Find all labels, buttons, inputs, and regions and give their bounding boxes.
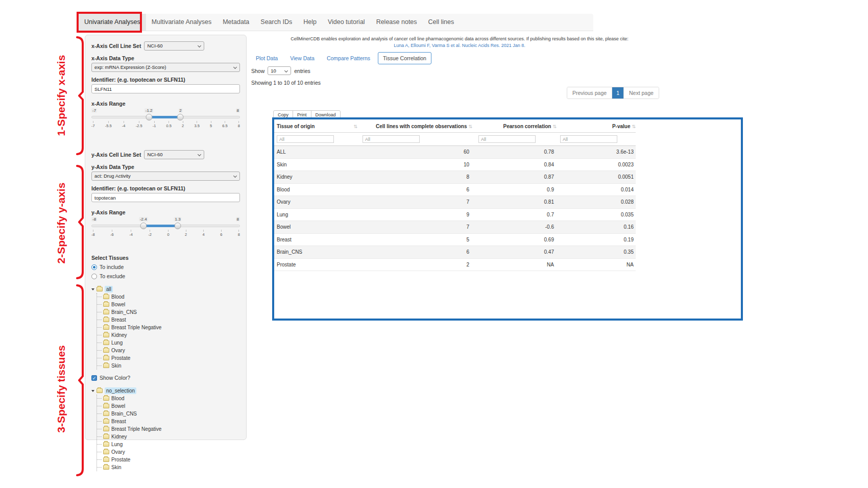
column-header[interactable]: Tissue of origin ⇅ <box>274 120 357 132</box>
x-identifier-input[interactable] <box>91 84 240 93</box>
folder-icon <box>103 333 109 337</box>
citation-link[interactable]: Luna A, Elloumi F, Varma S et al. Nuclei… <box>250 43 669 48</box>
tissue-tree-item[interactable]: Blood <box>97 395 240 402</box>
expand-arrow-icon[interactable] <box>91 288 94 290</box>
pvalue-cell: 0.014 <box>557 187 636 192</box>
sort-icon: ⇅ <box>632 124 636 129</box>
table-row: Kidney 8 0.87 0.0051 <box>274 171 636 184</box>
tissue-tree-item[interactable]: Lung <box>97 441 240 448</box>
folder-icon <box>103 465 109 470</box>
slider-tick-label: 2 <box>185 230 187 237</box>
nav-item[interactable]: Search IDs <box>255 14 298 31</box>
cell-lines-cell: 10 <box>357 162 472 167</box>
column-filter-input[interactable] <box>560 135 617 143</box>
include-radio-option[interactable]: To include <box>91 264 240 270</box>
tissue-tree-item[interactable]: Brain_CNS <box>97 308 240 316</box>
nav-item[interactable]: Univariate Analyses <box>79 14 146 31</box>
folder-icon <box>97 287 103 291</box>
column-filter-input[interactable] <box>277 135 334 143</box>
slider-tick-label: -4 <box>122 121 126 128</box>
slider-tick-label: -2 <box>148 230 152 237</box>
annotation-step1-label: 1-Specify x-axis <box>55 55 67 136</box>
tissue-tree-item[interactable]: Skin <box>97 362 240 370</box>
radio-selected-icon <box>91 264 97 270</box>
tree-root-all[interactable]: all <box>91 285 240 293</box>
tissue-tree-item[interactable]: Lung <box>97 339 240 347</box>
y-range-from-label: -2.4 <box>139 217 148 222</box>
y-range-from-handle[interactable] <box>140 223 147 229</box>
y-data-type-select[interactable]: act: Drug Activity <box>91 172 240 181</box>
column-header[interactable]: Cell lines with complete observations ⇅ <box>357 120 472 132</box>
tree-root-no-selection[interactable]: no_selection <box>91 387 240 395</box>
export-button[interactable]: Copy <box>273 110 293 119</box>
radio-unselected-icon <box>91 274 97 279</box>
x-data-type-select[interactable]: exp: mRNA Expression (Z-Score) <box>91 63 240 72</box>
folder-icon <box>103 450 109 454</box>
nav-item[interactable]: Cell lines <box>423 14 460 31</box>
tissue-tree-item[interactable]: Brain_CNS <box>97 410 240 418</box>
nav-item[interactable]: Multivariate Analyses <box>146 14 217 31</box>
nav-item[interactable]: Video tutorial <box>322 14 371 31</box>
nav-item[interactable]: Metadata <box>217 14 255 31</box>
tissue-tree-item[interactable]: Kidney <box>97 433 240 441</box>
column-filter-input[interactable] <box>478 135 536 143</box>
previous-page-button[interactable]: Previous page <box>567 87 612 99</box>
page-size-select[interactable]: 10 <box>268 66 291 75</box>
result-tab[interactable]: Compare Patterns <box>322 53 375 64</box>
nav-item[interactable]: Help <box>298 14 322 31</box>
annotation-step2-label: 2-Specify y-axis <box>55 183 67 264</box>
x-range-to-handle[interactable] <box>177 114 184 120</box>
pearson-cell: -0.6 <box>472 224 557 230</box>
tissue-cell: ALL <box>274 149 357 155</box>
table-body: ALL 60 0.78 3.6e-13 Skin 10 0.84 0.0023 … <box>274 146 636 271</box>
result-tab[interactable]: Tissue Correlation <box>378 52 431 64</box>
slider-tick-label: -2.5 <box>136 121 142 128</box>
exclude-radio-option[interactable]: To exclude <box>91 273 240 279</box>
tissue-tree-item[interactable]: Breast Triple Negative <box>97 324 240 331</box>
x-range-from-handle[interactable] <box>146 114 152 120</box>
folder-icon <box>103 302 109 307</box>
result-tab[interactable]: View Data <box>285 53 319 64</box>
page-number-button[interactable]: 1 <box>612 87 624 99</box>
show-color-checkbox-row[interactable]: ✓ Show Color? <box>91 375 240 381</box>
tissue-tree-item[interactable]: Skin <box>97 463 240 471</box>
tissue-cell: Blood <box>274 187 357 192</box>
pvalue-cell: 0.35 <box>557 249 636 255</box>
export-button[interactable]: Print <box>293 110 311 119</box>
tissue-tree-item[interactable]: Ovary <box>97 347 240 354</box>
tissue-tree-item[interactable]: Prostate <box>97 354 240 362</box>
column-header[interactable]: Pearson correlation ⇅ <box>472 120 557 132</box>
tissue-tree-item[interactable]: Breast <box>97 316 240 324</box>
showing-entries-text: Showing 1 to 10 of 10 entries <box>251 80 321 86</box>
tissue-tree-item[interactable]: Breast <box>97 418 240 425</box>
table-row: Breast 5 0.69 0.19 <box>274 234 636 247</box>
folder-icon <box>103 310 109 314</box>
tissue-tree-item[interactable]: Ovary <box>97 448 240 456</box>
pvalue-cell: 0.0051 <box>557 174 636 180</box>
expand-arrow-icon[interactable] <box>91 390 94 392</box>
tissue-tree-item[interactable]: Bowel <box>97 301 240 308</box>
column-filter-input[interactable] <box>363 135 420 143</box>
column-header[interactable]: P-value ⇅ <box>557 120 636 132</box>
y-range-to-handle[interactable] <box>174 223 181 229</box>
x-range-selected-bar <box>149 116 181 118</box>
tissue-tree-item[interactable]: Breast Triple Negative <box>97 425 240 433</box>
tissue-tree-item[interactable]: Blood <box>97 293 240 301</box>
annotation-bracket-2 <box>75 164 85 280</box>
nav-item[interactable]: Release notes <box>371 14 423 31</box>
slider-tick-label: 8 <box>238 230 240 237</box>
export-button[interactable]: Download <box>311 110 341 119</box>
annotation-bracket-1 <box>75 36 85 156</box>
tissue-tree-item[interactable]: Bowel <box>97 402 240 410</box>
tissue-tree-item[interactable]: Kidney <box>97 331 240 339</box>
y-cell-line-set-select[interactable]: NCI-60 <box>144 150 204 159</box>
folder-icon <box>103 442 109 447</box>
result-tab[interactable]: Plot Data <box>251 53 282 64</box>
slider-tick-label: 2 <box>182 121 184 128</box>
next-page-button[interactable]: Next page <box>624 87 659 99</box>
tissue-tree-item[interactable]: Prostate <box>97 456 240 463</box>
x-range-track <box>91 116 240 118</box>
y-identifier-input[interactable] <box>91 193 240 202</box>
result-tabs: Plot DataView DataCompare PatternsTissue… <box>251 52 431 64</box>
x-cell-line-set-select[interactable]: NCI-60 <box>144 41 204 51</box>
